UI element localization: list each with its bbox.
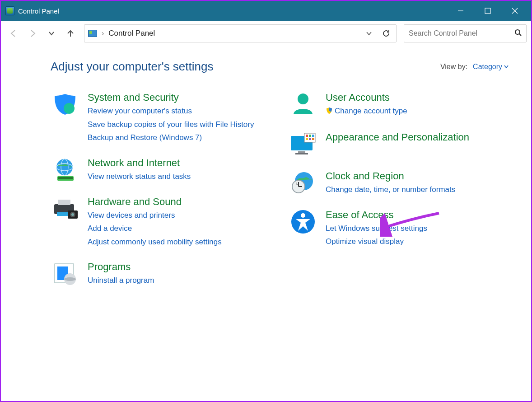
link-hardware[interactable]: Hardware and Sound [88, 196, 222, 208]
forward-button[interactable] [24, 25, 41, 42]
shield-icon [51, 92, 79, 117]
svg-line-5 [519, 34, 521, 36]
category-appearance: Appearance and Personalization [289, 131, 509, 157]
category-hardware: Hardware and Sound View devices and prin… [51, 196, 271, 248]
svg-point-4 [515, 30, 520, 34]
link-suggest-settings[interactable]: Let Windows suggest settings [326, 223, 427, 234]
svg-rect-30 [306, 138, 308, 140]
link-ease-of-access[interactable]: Ease of Access [326, 209, 427, 221]
link-optimize-display[interactable]: Optimize visual display [326, 236, 427, 248]
link-mobility-settings[interactable]: Adjust commonly used mobility settings [88, 236, 222, 248]
svg-point-7 [56, 159, 73, 175]
recent-dropdown[interactable] [43, 25, 60, 42]
link-network[interactable]: Network and Internet [88, 157, 191, 169]
address-dropdown[interactable] [363, 30, 375, 37]
category-user-accounts: User Accounts Change account type [289, 92, 509, 118]
svg-rect-25 [295, 153, 308, 154]
svg-rect-28 [309, 135, 311, 137]
svg-rect-32 [312, 138, 314, 140]
svg-point-39 [301, 213, 305, 218]
up-button[interactable] [62, 25, 79, 42]
printer-icon [51, 196, 79, 221]
svg-rect-29 [312, 135, 314, 137]
search-box[interactable] [404, 24, 527, 42]
address-bar[interactable]: › Control Panel [84, 24, 397, 42]
link-change-date-time[interactable]: Change date, time, or number formats [326, 184, 455, 196]
svg-rect-24 [298, 151, 305, 153]
close-button[interactable] [501, 1, 528, 21]
link-user-accounts[interactable]: User Accounts [326, 92, 407, 103]
breadcrumb-sep: › [102, 29, 104, 37]
link-clock-region[interactable]: Clock and Region [326, 170, 455, 182]
category-clock: L Clock and Region Change date, time, or… [289, 170, 509, 196]
accessibility-icon [289, 209, 317, 234]
control-panel-icon [5, 6, 14, 15]
breadcrumb[interactable]: Control Panel [108, 29, 155, 38]
link-add-device[interactable]: Add a device [88, 223, 222, 234]
link-uninstall[interactable]: Uninstall a program [88, 275, 154, 286]
link-system-security[interactable]: System and Security [88, 92, 254, 103]
maximize-button[interactable] [474, 1, 501, 21]
category-programs: Programs Uninstall a program [51, 261, 271, 286]
link-appearance[interactable]: Appearance and Personalization [326, 131, 469, 143]
link-network-status[interactable]: View network status and tasks [88, 171, 191, 182]
svg-rect-31 [309, 138, 311, 140]
svg-rect-11 [58, 177, 73, 179]
svg-point-22 [298, 93, 308, 104]
search-icon[interactable] [514, 29, 522, 38]
link-file-history[interactable]: Save backup copies of your files with Fi… [88, 119, 254, 131]
category-ease-of-access: Ease of Access Let Windows suggest setti… [289, 209, 509, 248]
view-by: View by: Category [440, 63, 509, 71]
link-programs[interactable]: Programs [88, 261, 154, 273]
svg-rect-1 [485, 8, 490, 14]
minimize-button[interactable] [447, 1, 474, 21]
monitor-icon [289, 131, 317, 157]
view-by-label: View by: [440, 63, 467, 71]
uac-shield-icon [326, 106, 333, 118]
clock-globe-icon: L [289, 170, 317, 196]
refresh-button[interactable] [380, 29, 392, 37]
link-backup-restore[interactable]: Backup and Restore (Windows 7) [88, 132, 254, 144]
svg-rect-13 [58, 200, 70, 205]
category-network: Network and Internet View network status… [51, 157, 271, 182]
link-devices-printers[interactable]: View devices and printers [88, 210, 222, 221]
back-button[interactable] [5, 25, 22, 42]
globe-icon [51, 157, 79, 182]
category-system-security: System and Security Review your computer… [51, 92, 271, 144]
window-title: Control Panel [18, 7, 447, 15]
search-input[interactable] [409, 29, 514, 37]
svg-point-6 [64, 103, 75, 114]
programs-icon [51, 261, 79, 286]
address-icon [88, 30, 97, 37]
user-icon [289, 92, 317, 117]
svg-point-21 [64, 277, 76, 281]
titlebar: Control Panel [1, 1, 531, 21]
navbar: › Control Panel [1, 21, 531, 46]
page-title: Adjust your computer's settings [51, 60, 213, 74]
link-review-status[interactable]: Review your computer's status [88, 105, 254, 117]
view-by-dropdown[interactable]: Category [473, 63, 509, 71]
svg-rect-27 [306, 135, 308, 137]
link-change-account-type[interactable]: Change account type [326, 105, 407, 118]
svg-point-17 [71, 213, 74, 216]
chevron-down-icon [504, 65, 509, 69]
svg-text:L: L [296, 182, 299, 186]
